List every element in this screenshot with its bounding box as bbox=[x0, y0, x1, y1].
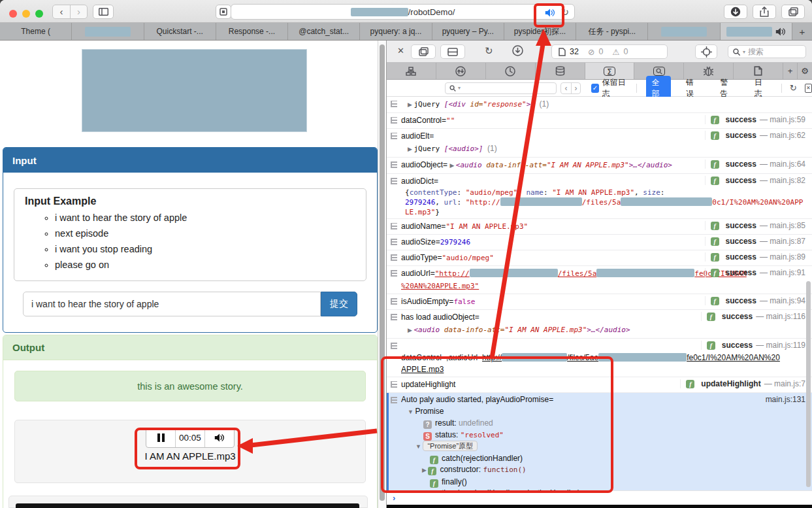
command-input[interactable] bbox=[23, 292, 321, 316]
log-icon bbox=[391, 133, 397, 139]
inspector-reload-button[interactable]: ↻ bbox=[485, 45, 493, 57]
network-icon bbox=[455, 66, 466, 76]
tab-overview-button[interactable] bbox=[781, 5, 805, 19]
browser-tab[interactable]: 任务 - pyspi... bbox=[576, 23, 648, 40]
log-source-meta[interactable]: fsuccess— main.js:94 bbox=[705, 296, 805, 305]
tab-network[interactable] bbox=[436, 63, 486, 79]
console-row[interactable]: audioName="I AM AN APPLE.mp3"fsuccess— m… bbox=[387, 219, 812, 235]
new-inspector-tab-button[interactable]: + bbox=[783, 63, 798, 79]
zoom-window-button[interactable] bbox=[35, 10, 43, 18]
minimize-window-button[interactable] bbox=[22, 10, 30, 18]
redacted-text bbox=[621, 197, 712, 206]
share-button[interactable] bbox=[753, 5, 776, 19]
tab-speaker-icon bbox=[775, 27, 786, 36]
document-icon bbox=[559, 48, 566, 56]
divider bbox=[636, 84, 637, 93]
console-row[interactable]: has load audioObject=▶ <audio data-info-… bbox=[387, 310, 812, 339]
find-next-button[interactable]: › bbox=[571, 83, 580, 93]
console-row[interactable]: audioUrl="http:///files/5afe0c1/I%20AM%2… bbox=[387, 266, 812, 294]
pause-button[interactable] bbox=[146, 428, 175, 447]
console-row[interactable]: audioType="audio/mpeg"fsuccess— main.js:… bbox=[387, 250, 812, 266]
log-icon bbox=[391, 314, 397, 320]
log-source-meta[interactable]: fsuccess— main.js:116 bbox=[701, 312, 805, 321]
browser-tab[interactable]: Theme ( bbox=[0, 23, 72, 40]
log-source-meta[interactable]: fsuccess— main.js:85 bbox=[705, 221, 805, 230]
console-filter-field[interactable]: ▾ bbox=[445, 82, 557, 94]
submit-button[interactable]: 提交 bbox=[321, 292, 357, 316]
resource-counts[interactable]: 32 ⊘ 0 ⚠ 0 bbox=[551, 44, 668, 59]
tab-audio-mute-button[interactable] bbox=[545, 8, 555, 17]
tab-timelines[interactable] bbox=[486, 63, 536, 79]
clear-console-button[interactable]: ✕ bbox=[805, 84, 812, 93]
browser-tab[interactable] bbox=[72, 23, 144, 40]
inspector-close-button[interactable]: ✕ bbox=[397, 46, 404, 56]
console-row[interactable]: audioObject= ▶ <audio data-info-att="I A… bbox=[387, 158, 812, 174]
console-row[interactable]: Auto paly audio started, playAudioPromis… bbox=[387, 393, 812, 490]
close-window-button[interactable] bbox=[9, 10, 17, 18]
log-source-meta[interactable]: fupdateHighlight— main.js:7 bbox=[680, 379, 805, 388]
log-icon bbox=[391, 397, 397, 403]
browser-tab[interactable]: Quickstart -... bbox=[144, 23, 216, 40]
log-source-meta[interactable]: fsuccess— main.js:62 bbox=[705, 131, 805, 140]
console-row[interactable]: audioElt=▶ jQuery [<audio>] (1)fsuccess—… bbox=[387, 129, 812, 158]
element-picker-button[interactable] bbox=[695, 44, 717, 59]
elements-icon bbox=[406, 67, 416, 76]
browser-tab[interactable]: pyspider初探... bbox=[504, 23, 576, 40]
page-preview-button[interactable] bbox=[216, 5, 231, 19]
browser-tab[interactable] bbox=[721, 23, 792, 40]
log-source-meta[interactable]: fsuccess— main.js:59 bbox=[705, 115, 805, 124]
property-type-badge: f bbox=[428, 467, 436, 475]
reload-button[interactable]: ↻ bbox=[560, 7, 569, 18]
downloads-button[interactable] bbox=[724, 5, 747, 19]
browser-tab[interactable]: pyquery: a jq... bbox=[360, 23, 432, 40]
log-source-meta[interactable]: fsuccess— main.js:87 bbox=[705, 237, 805, 246]
tab-elements[interactable] bbox=[387, 63, 436, 79]
clear-on-reload-button[interactable]: ↻ bbox=[790, 83, 797, 93]
dock-side-button[interactable] bbox=[411, 44, 436, 59]
console-row[interactable]: audioDict={contentType: "audio/mpeg", na… bbox=[387, 174, 812, 219]
redacted-text bbox=[598, 353, 687, 362]
sidebar-toggle-button[interactable] bbox=[93, 5, 114, 19]
console-row[interactable]: audioSize=2979246fsuccess— main.js:87 bbox=[387, 235, 812, 250]
dock-bottom-button[interactable] bbox=[440, 44, 465, 59]
inspector-download-button[interactable] bbox=[512, 45, 523, 59]
inspector-settings-button[interactable]: ⚙ bbox=[798, 63, 812, 79]
forward-button[interactable]: › bbox=[70, 5, 87, 18]
console-row[interactable]: dataControl=""fsuccess— main.js:59 bbox=[387, 113, 812, 129]
browser-tab[interactable]: pyquery – Py... bbox=[432, 23, 504, 40]
back-button[interactable]: ‹ bbox=[53, 5, 70, 18]
browser-tab[interactable]: Response -... bbox=[216, 23, 288, 40]
tab-storage[interactable] bbox=[536, 63, 585, 79]
new-tab-button[interactable]: + bbox=[792, 23, 812, 40]
log-source-meta[interactable]: fsuccess— main.js:119 bbox=[701, 341, 805, 350]
download-circle-icon bbox=[512, 45, 523, 56]
property-type-badge: ? bbox=[423, 420, 432, 429]
log-source-meta[interactable]: fsuccess— main.js:91 bbox=[705, 268, 805, 277]
page-scrollbar-thumb[interactable] bbox=[380, 44, 385, 501]
console-row[interactable]: dataControl=,audioUrl=http:///files/5aef… bbox=[387, 339, 812, 377]
console-log-list: ▶ jQuery [<div id="response">] (1)dataCo… bbox=[387, 97, 812, 490]
property-type-badge: S bbox=[423, 432, 432, 441]
volume-button[interactable] bbox=[204, 428, 234, 447]
log-source-meta[interactable]: fsuccess— main.js:82 bbox=[705, 176, 805, 185]
inspector-search-field[interactable]: ▾ 搜索 bbox=[728, 45, 806, 58]
property-type-badge: f bbox=[430, 479, 438, 488]
log-source-meta[interactable]: fsuccess— main.js:64 bbox=[705, 160, 805, 169]
preserve-log-control[interactable]: ✓ 保留日志 bbox=[591, 77, 628, 99]
address-bar[interactable]: /robotDemo/ ↻ bbox=[231, 4, 575, 20]
log-source-meta[interactable]: main.js:131 bbox=[760, 395, 805, 404]
checkbox-checked-icon: ✓ bbox=[591, 84, 599, 93]
console-row[interactable]: updateHighlightfupdateHighlight— main.js… bbox=[387, 377, 812, 393]
console-scrollbar-thumb[interactable] bbox=[806, 281, 811, 487]
browser-tab[interactable]: @catch_stat... bbox=[288, 23, 360, 40]
window-bottom-edge bbox=[387, 505, 812, 508]
log-source-meta[interactable]: fsuccess— main.js:89 bbox=[705, 252, 805, 262]
console-prompt[interactable]: › bbox=[387, 490, 812, 504]
log-icon bbox=[391, 178, 397, 184]
page-scrollbar[interactable] bbox=[378, 41, 386, 508]
console-row[interactable]: isAudioEmpty=falsefsuccess— main.js:94 bbox=[387, 294, 812, 310]
console-row[interactable]: ▶ jQuery [<div id="response">] (1) bbox=[387, 97, 812, 113]
resource-count: 32 bbox=[570, 47, 579, 56]
browser-tab[interactable] bbox=[648, 23, 720, 40]
find-previous-button[interactable]: ‹ bbox=[561, 83, 570, 93]
